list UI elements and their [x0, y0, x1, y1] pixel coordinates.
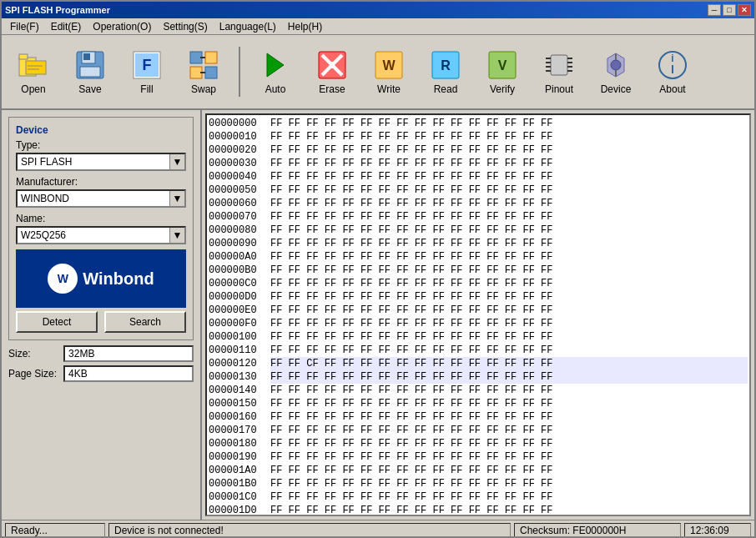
about-button[interactable]: i About	[648, 42, 698, 102]
hex-row: 000001D0FF FF FF FF FF FF FF FF FF FF FF…	[209, 504, 748, 515]
menu-operation[interactable]: Operation(O)	[88, 19, 156, 34]
erase-icon: E	[315, 48, 349, 82]
menu-help[interactable]: Help(H)	[283, 19, 327, 34]
pinout-icon	[542, 48, 576, 82]
hex-content[interactable]: 00000000FF FF FF FF FF FF FF FF FF FF FF…	[207, 115, 749, 515]
hex-row: 00000060FF FF FF FF FF FF FF FF FF FF FF…	[209, 197, 748, 210]
pinout-label: Pinout	[545, 83, 573, 95]
write-button[interactable]: W Write	[364, 42, 414, 102]
hex-address: 00000110	[209, 344, 267, 357]
menu-language[interactable]: Language(L)	[214, 19, 281, 34]
hex-address: 00000000	[209, 117, 267, 130]
main-area: Device Type: SPI FLASH ▼ Manufacturer: W…	[2, 110, 754, 520]
hex-address: 00000090	[209, 237, 267, 250]
device-group: Device Type: SPI FLASH ▼ Manufacturer: W…	[8, 117, 194, 340]
name-label: Name:	[16, 213, 186, 224]
hex-row: 000000E0FF FF FF FF FF FF FF FF FF FF FF…	[209, 304, 748, 317]
type-label: Type:	[16, 139, 186, 151]
menu-edit[interactable]: Edit(E)	[46, 19, 87, 34]
svg-text:E: E	[329, 60, 335, 70]
hex-row: 00000070FF FF FF FF FF FF FF FF FF FF FF…	[209, 210, 748, 224]
svg-text:V: V	[498, 58, 507, 73]
toolbar-separator-1	[239, 47, 240, 97]
fill-label: Fill	[140, 83, 153, 95]
close-button[interactable]: ✕	[738, 4, 751, 16]
fill-icon: F	[130, 48, 164, 82]
hex-address: 00000190	[209, 450, 267, 464]
hex-bytes: FF FF FF FF FF FF FF FF FF FF FF FF FF F…	[270, 490, 748, 504]
svg-text:R: R	[441, 58, 451, 73]
write-icon: W	[372, 48, 406, 82]
fill-button[interactable]: F Fill	[122, 42, 172, 102]
winbond-logo-text: W Winbond	[48, 264, 154, 294]
hex-address: 00000150	[209, 397, 267, 410]
menu-setting[interactable]: Setting(S)	[158, 19, 212, 34]
hex-row: 00000130FF FF FF FF FF FF FF FF FF FF FF…	[209, 370, 748, 384]
hex-address: 00000060	[209, 197, 267, 210]
svg-rect-29	[551, 55, 567, 75]
erase-button[interactable]: E Erase	[307, 42, 357, 102]
hex-bytes: FF FF FF FF FF FF FF FF FF FF FF FF FF F…	[270, 143, 748, 157]
menu-file[interactable]: File(F)	[5, 19, 44, 34]
svg-point-38	[611, 60, 621, 70]
left-panel: Device Type: SPI FLASH ▼ Manufacturer: W…	[2, 110, 202, 520]
minimize-button[interactable]: ─	[708, 4, 721, 16]
svg-rect-12	[190, 52, 202, 63]
save-button[interactable]: Save	[65, 42, 115, 102]
hex-address: 000001D0	[209, 504, 267, 515]
swap-button[interactable]: Swap	[179, 42, 229, 102]
svg-text:F: F	[143, 57, 152, 73]
name-select[interactable]: W25Q256	[16, 226, 186, 244]
about-icon: i	[656, 48, 689, 82]
hex-address: 00000180	[209, 437, 267, 450]
open-button[interactable]: Open	[8, 42, 58, 102]
about-label: About	[659, 83, 685, 95]
hex-bytes: FF FF FF FF FF FF FF FF FF FF FF FF FF F…	[270, 157, 748, 170]
manufacturer-select[interactable]: WINBOND	[16, 189, 186, 208]
winbond-logo-circle: W	[48, 264, 78, 294]
hex-row: 00000090FF FF FF FF FF FF FF FF FF FF FF…	[209, 237, 748, 250]
hex-address: 000000D0	[209, 290, 267, 304]
type-select[interactable]: SPI FLASH	[16, 153, 186, 171]
hex-address: 00000050	[209, 184, 267, 197]
hex-bytes: FF FF FF FF FF FF FF FF FF FF FF FF FF F…	[270, 437, 748, 450]
auto-button[interactable]: Auto	[250, 42, 300, 102]
hex-row: 000001C0FF FF FF FF FF FF FF FF FF FF FF…	[209, 490, 748, 504]
auto-icon	[259, 48, 292, 82]
svg-rect-1	[19, 54, 28, 59]
hex-address: 000001A0	[209, 464, 267, 477]
hex-row: 00000000FF FF FF FF FF FF FF FF FF FF FF…	[209, 117, 748, 130]
status-message: Device is not connected!	[108, 523, 511, 538]
maximize-button[interactable]: □	[723, 4, 736, 16]
detect-button[interactable]: Detect	[16, 311, 98, 333]
hex-row: 00000120FF FF CF FF FF FF FF FF FF FF FF…	[209, 357, 748, 370]
device-button[interactable]: Device	[591, 42, 641, 102]
status-checksum: Checksum: FE000000H	[514, 523, 681, 538]
winbond-logo-label: Winbond	[83, 269, 154, 289]
hex-bytes: FF FF FF FF FF FF FF FF FF FF FF FF FF F…	[270, 344, 748, 357]
hex-bytes: FF FF FF FF FF FF FF FF FF FF FF FF FF F…	[270, 370, 748, 384]
vendor-logo: W Winbond	[16, 249, 186, 308]
verify-button[interactable]: V Verify	[477, 42, 527, 102]
verify-icon: V	[486, 48, 519, 82]
hex-row: 000000D0FF FF FF FF FF FF FF FF FF FF FF…	[209, 290, 748, 304]
search-button[interactable]: Search	[104, 311, 186, 333]
hex-bytes: FF FF FF FF FF FF FF FF FF FF FF FF FF F…	[270, 277, 748, 290]
read-button[interactable]: R Read	[421, 42, 471, 102]
save-label: Save	[78, 83, 101, 95]
hex-bytes: FF FF FF FF FF FF FF FF FF FF FF FF FF F…	[270, 397, 748, 410]
swap-label: Swap	[191, 83, 216, 95]
size-value: 32MB	[63, 345, 194, 362]
read-icon: R	[429, 48, 462, 82]
pinout-button[interactable]: Pinout	[534, 42, 584, 102]
svg-rect-2	[26, 61, 46, 74]
hex-row: 00000100FF FF FF FF FF FF FF FF FF FF FF…	[209, 330, 748, 344]
swap-icon	[187, 48, 220, 82]
hex-bytes: FF FF FF FF FF FF FF FF FF FF FF FF FF F…	[270, 250, 748, 264]
svg-text:i: i	[671, 53, 673, 64]
hex-row: 00000170FF FF FF FF FF FF FF FF FF FF FF…	[209, 424, 748, 437]
hex-bytes: FF FF FF FF FF FF FF FF FF FF FF FF FF F…	[270, 170, 748, 184]
title-bar-controls: ─ □ ✕	[708, 4, 751, 16]
hex-address: 000000A0	[209, 250, 267, 264]
device-icon	[599, 48, 633, 82]
